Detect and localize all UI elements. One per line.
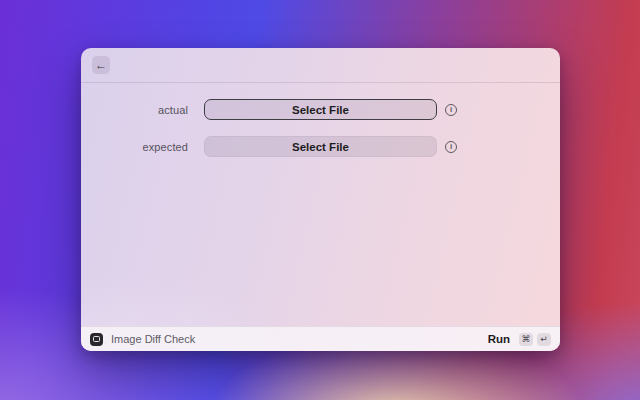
- back-arrow-icon: ←: [95, 59, 107, 71]
- select-file-button-actual[interactable]: Select File: [204, 99, 437, 120]
- run-label: Run: [488, 333, 510, 345]
- form-row-actual: actual Select File i: [81, 99, 560, 120]
- command-window: ← actual Select File i expected Select F…: [81, 48, 560, 351]
- command-title: Image Diff Check: [111, 333, 195, 345]
- desktop-background: { "colors": { "bg_purple": "#6b2fd6", "b…: [0, 0, 640, 400]
- field-label-actual: actual: [81, 104, 188, 116]
- image-diff-check-app-icon: [90, 333, 103, 346]
- field-label-expected: expected: [81, 141, 188, 153]
- image-icon: [93, 336, 100, 342]
- info-icon-expected[interactable]: i: [445, 141, 457, 153]
- form-content: actual Select File i expected Select Fil…: [81, 83, 560, 157]
- select-file-button-expected[interactable]: Select File: [204, 136, 437, 157]
- info-icon-actual[interactable]: i: [445, 104, 457, 116]
- window-footer: Image Diff Check Run ⌘ ↵: [81, 326, 560, 351]
- return-key-icon: ↵: [537, 333, 551, 346]
- window-header: ←: [81, 48, 560, 83]
- command-key-icon: ⌘: [519, 333, 533, 346]
- form-row-expected: expected Select File i: [81, 136, 560, 157]
- back-button[interactable]: ←: [92, 56, 110, 74]
- run-button[interactable]: Run ⌘ ↵: [488, 333, 551, 346]
